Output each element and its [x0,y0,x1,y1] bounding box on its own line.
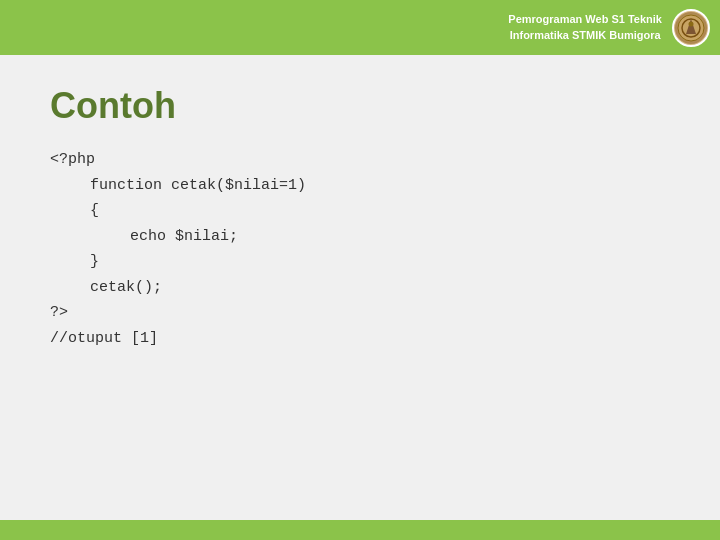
content-area: Contoh <?php function cetak($nilai=1) { … [0,55,720,520]
code-line-3: { [50,198,670,224]
bottom-bar [0,520,720,540]
code-line-7: ?> [50,300,670,326]
header-bar: Pemrograman Web S1 Teknik Informatika ST… [0,0,720,55]
logo-inner [675,12,707,44]
code-line-2: function cetak($nilai=1) [50,173,670,199]
header-text-block: Pemrograman Web S1 Teknik Informatika ST… [508,12,662,43]
slide-container: Pemrograman Web S1 Teknik Informatika ST… [0,0,720,540]
code-block: <?php function cetak($nilai=1) { echo $n… [50,147,670,351]
code-line-1: <?php [50,147,670,173]
code-line-6: cetak(); [50,275,670,301]
code-line-4: echo $nilai; [50,224,670,250]
logo-icon [677,14,705,42]
logo [672,9,710,47]
header-title-line1: Pemrograman Web S1 Teknik [508,12,662,27]
code-line-5: } [50,249,670,275]
svg-point-3 [689,21,694,26]
header-title-line2: Informatika STMIK Bumigora [508,28,662,43]
slide-title: Contoh [50,85,670,127]
code-line-8: //otuput [1] [50,326,670,352]
